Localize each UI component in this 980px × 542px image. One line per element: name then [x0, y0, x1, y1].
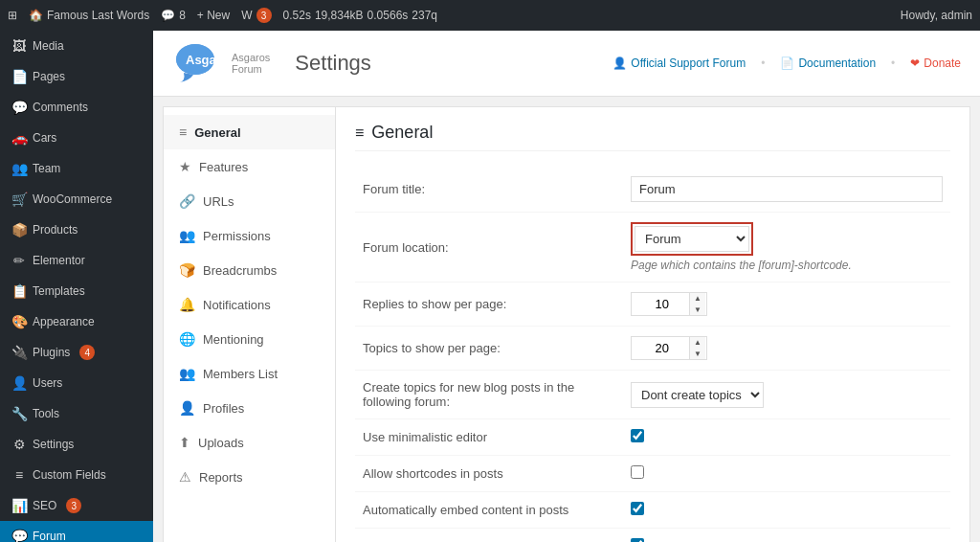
- wp-badge-item[interactable]: W 3: [241, 8, 271, 23]
- sidebar-item-products[interactable]: 📦 Products: [0, 215, 153, 245]
- sidebar-item-plugins[interactable]: 🔌 Plugins 4: [0, 337, 153, 368]
- custom-fields-icon: ≡: [11, 467, 27, 483]
- general-form-table: Forum title: Forum location: Forum: [355, 167, 950, 542]
- replies-per-page-input[interactable]: [632, 293, 689, 315]
- wp-badge-count: 3: [256, 8, 272, 23]
- topics-per-page-input[interactable]: [632, 337, 689, 359]
- field-embed-content: Automatically embed content in posts: [355, 492, 950, 529]
- settings-nav-uploads[interactable]: ⬆ Uploads: [164, 425, 335, 460]
- minimalistic-editor-checkbox[interactable]: [631, 429, 644, 442]
- documentation-link[interactable]: 📄 Documentation: [780, 56, 876, 70]
- sidebar-item-custom-fields[interactable]: ≡ Custom Fields: [0, 460, 153, 490]
- embed-content-field: [623, 492, 950, 529]
- topics-per-page-label: Topics to show per page:: [355, 327, 623, 371]
- replies-spin-down[interactable]: ▼: [690, 305, 705, 316]
- field-forum-location: Forum location: Forum Page which contain…: [355, 213, 950, 282]
- media-icon: 🖼: [11, 38, 27, 54]
- seo-badge: 3: [66, 498, 81, 513]
- support-forum-link[interactable]: 👤 Official Support Forum: [612, 56, 746, 70]
- sidebar-item-elementor[interactable]: ✏ Elementor: [0, 245, 153, 276]
- sidebar-item-users[interactable]: 👤 Users: [0, 368, 153, 398]
- forum-location-label: Forum location:: [355, 213, 623, 282]
- shortcodes-field: [623, 456, 950, 492]
- plugins-badge: 4: [79, 345, 95, 360]
- settings-page-header: Settings: [295, 51, 371, 76]
- forum-title-input[interactable]: [631, 176, 943, 202]
- docs-icon: 📄: [780, 56, 794, 70]
- plugins-icon: 🔌: [11, 345, 27, 360]
- new-post-topics-select[interactable]: Dont create topics: [631, 382, 764, 408]
- sidebar-item-team[interactable]: 👥 Team: [0, 153, 153, 184]
- seo-icon: 📊: [11, 498, 27, 513]
- wp-logo[interactable]: ⊞: [8, 9, 17, 22]
- add-new[interactable]: + New: [197, 9, 230, 22]
- settings-nav-general[interactable]: ≡ General: [164, 115, 335, 149]
- settings-nav-features[interactable]: ★ Features: [164, 149, 335, 184]
- minimalistic-editor-field: [623, 419, 950, 456]
- replies-spin-up[interactable]: ▲: [690, 293, 705, 305]
- main-content: Asgaros AsgarosForum Settings 👤 Official…: [153, 31, 980, 542]
- comments-count[interactable]: 💬 8: [161, 9, 186, 22]
- general-section-title: ≡ General: [355, 123, 950, 151]
- sidebar-item-templates[interactable]: 📋 Templates: [0, 276, 153, 306]
- forum-location-field: Forum Page which contains the [forum]-sh…: [623, 213, 950, 282]
- field-replies-per-page: Replies to show per page: ▲ ▼: [355, 282, 950, 327]
- field-highlight-admin: Highlight administrator/moderator names: [355, 529, 950, 542]
- svg-text:Asgaros: Asgaros: [186, 53, 222, 67]
- sidebar-item-cars[interactable]: 🚗 Cars: [0, 123, 153, 153]
- sidebar-item-media[interactable]: 🖼 Media: [0, 31, 153, 61]
- general-title-icon: ≡: [355, 124, 364, 142]
- settings-nav-mentioning[interactable]: 🌐 Mentioning: [164, 322, 335, 356]
- settings-nav-permissions[interactable]: 👥 Permissions: [164, 218, 335, 253]
- sidebar-item-settings[interactable]: ⚙ Settings: [0, 429, 153, 460]
- site-name[interactable]: 🏠 Famous Last Words: [29, 9, 149, 22]
- users-icon: 👤: [11, 375, 27, 391]
- sidebar-item-seo[interactable]: 📊 SEO 3: [0, 490, 153, 521]
- forum-location-hint: Page which contains the [forum]-shortcod…: [631, 259, 943, 272]
- perf-stats: 0.52s 19,834kB 0.0566s 237q: [283, 9, 437, 22]
- topics-spinners: ▲ ▼: [689, 337, 705, 359]
- members-list-nav-icon: 👥: [179, 366, 195, 381]
- sidebar: 🖼 Media 📄 Pages 💬 Comments 🚗 Cars 👥 Team…: [0, 31, 153, 542]
- highlight-admin-checkbox[interactable]: [631, 538, 644, 542]
- field-forum-title: Forum title:: [355, 167, 950, 213]
- profiles-nav-icon: 👤: [179, 400, 195, 416]
- field-topics-per-page: Topics to show per page: ▲ ▼: [355, 327, 950, 371]
- sidebar-item-forum[interactable]: 💬 Forum: [0, 521, 153, 542]
- settings-nav-reports[interactable]: ⚠ Reports: [164, 460, 335, 494]
- sidebar-item-woocommerce[interactable]: 🛒 WooCommerce: [0, 184, 153, 215]
- plugin-header: Asgaros AsgarosForum Settings 👤 Official…: [153, 31, 980, 97]
- tools-icon: 🔧: [11, 406, 27, 421]
- settings-nav-breadcrumbs[interactable]: 🍞 Breadcrumbs: [164, 253, 335, 287]
- shortcodes-label: Allow shortcodes in posts: [355, 456, 623, 492]
- settings-nav-urls[interactable]: 🔗 URLs: [164, 184, 335, 218]
- heart-icon: ❤: [910, 56, 920, 70]
- cars-icon: 🚗: [11, 130, 27, 146]
- topics-spin-up[interactable]: ▲: [690, 337, 705, 349]
- permissions-nav-icon: 👥: [179, 228, 195, 243]
- donate-link[interactable]: ❤ Donate: [910, 56, 961, 70]
- site-home-icon: 🏠: [29, 9, 43, 22]
- mentioning-nav-icon: 🌐: [179, 331, 195, 347]
- sidebar-item-pages[interactable]: 📄 Pages: [0, 61, 153, 92]
- howdy-message[interactable]: Howdy, admin: [901, 9, 972, 22]
- settings-nav-profiles[interactable]: 👤 Profiles: [164, 391, 335, 425]
- asgaros-logo-icon: Asgaros: [172, 42, 222, 84]
- uploads-nav-icon: ⬆: [179, 435, 190, 450]
- breadcrumbs-nav-icon: 🍞: [179, 262, 195, 278]
- embed-content-checkbox[interactable]: [631, 502, 644, 515]
- forum-location-select[interactable]: Forum: [635, 226, 749, 252]
- field-new-post-topics: Create topics for new blog posts in the …: [355, 371, 950, 419]
- shortcodes-checkbox[interactable]: [631, 465, 644, 479]
- general-nav-icon: ≡: [179, 124, 187, 140]
- settings-nav-members-list[interactable]: 👥 Members List: [164, 356, 335, 391]
- topics-spin-down[interactable]: ▼: [690, 349, 705, 360]
- forum-location-highlight: Forum: [631, 222, 753, 256]
- sidebar-item-tools[interactable]: 🔧 Tools: [0, 398, 153, 429]
- settings-nav-notifications[interactable]: 🔔 Notifications: [164, 287, 335, 322]
- features-nav-icon: ★: [179, 159, 191, 174]
- settings-nav: ≡ General ★ Features 🔗 URLs 👥 Permission…: [164, 107, 336, 542]
- sidebar-item-comments[interactable]: 💬 Comments: [0, 92, 153, 123]
- sidebar-item-appearance[interactable]: 🎨 Appearance: [0, 306, 153, 337]
- products-icon: 📦: [11, 222, 27, 237]
